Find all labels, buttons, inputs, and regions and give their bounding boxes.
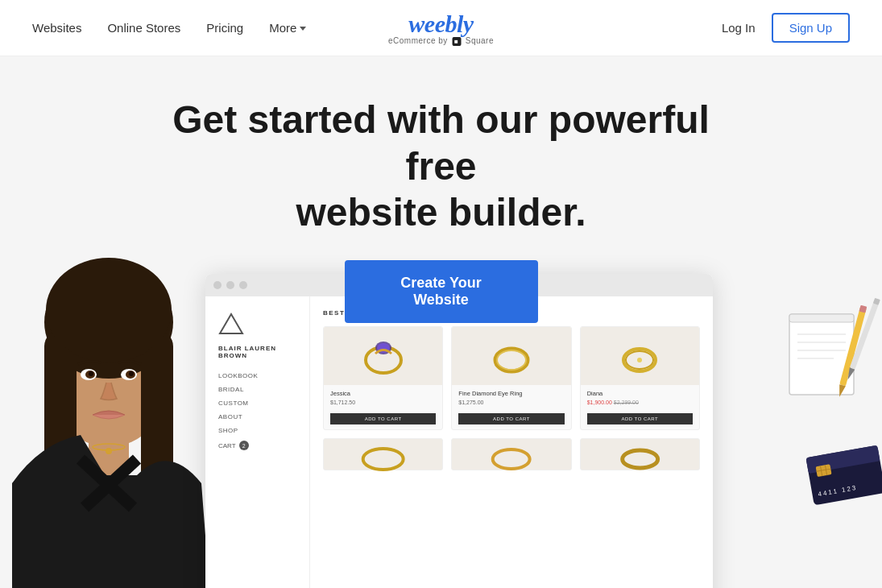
product-price-jessica: $1,712.50 bbox=[330, 400, 436, 405]
ring-jessica-icon bbox=[359, 332, 408, 380]
svg-point-23 bbox=[637, 358, 642, 362]
ring-partial-2-icon bbox=[452, 439, 570, 471]
mockup-cart: CART 2 bbox=[218, 441, 296, 450]
product-name-diana: Diana bbox=[587, 390, 693, 397]
product-card-partial-2 bbox=[451, 438, 571, 470]
logo[interactable]: weebly eCommerce by ■ Square bbox=[388, 10, 494, 46]
svg-point-14 bbox=[106, 448, 112, 454]
mockup-sidebar: BLAIR LAUREN BROWN LOOKBOOK BRIDAL CUSTO… bbox=[205, 296, 310, 588]
ring-partial-3-icon bbox=[581, 439, 699, 471]
add-to-cart-diana[interactable]: ADD TO CART bbox=[587, 413, 693, 424]
decorative-sketches: 4411 123 bbox=[781, 290, 878, 572]
mockup-nav-bridal: BRIDAL bbox=[218, 386, 296, 393]
square-icon: ■ bbox=[452, 37, 461, 46]
svg-point-25 bbox=[493, 449, 530, 469]
ring-fine-diamond-icon bbox=[487, 332, 536, 380]
mockup-brand-name: BLAIR LAUREN BROWN bbox=[218, 345, 296, 359]
hero-headline: Get started with our powerful free websi… bbox=[0, 56, 882, 323]
product-info-jessica: Jessica $1,712.50 ADD TO CART bbox=[324, 385, 442, 429]
product-img-jessica bbox=[324, 327, 442, 385]
product-card-jessica: Jessica $1,712.50 ADD TO CART bbox=[323, 326, 443, 430]
product-name-jessica: Jessica bbox=[330, 390, 436, 397]
svg-point-19 bbox=[495, 349, 528, 371]
hero-title: Get started with our powerful free websi… bbox=[159, 97, 723, 236]
header-auth: Log In Sign Up bbox=[722, 13, 850, 43]
add-to-cart-jessica[interactable]: ADD TO CART bbox=[330, 413, 436, 424]
chevron-down-icon bbox=[300, 27, 306, 31]
logo-text: weebly bbox=[388, 10, 494, 38]
hero-section: Get started with our powerful free websi… bbox=[0, 56, 882, 588]
product-grid-row1: Jessica $1,712.50 ADD TO CART bbox=[323, 326, 700, 430]
sketch-illustration: 4411 123 bbox=[781, 290, 882, 572]
nav-more[interactable]: More bbox=[269, 21, 306, 35]
product-img-fine-diamond bbox=[452, 327, 570, 385]
product-card-partial-1 bbox=[323, 438, 443, 470]
mockup-nav-lookbook: LOOKBOOK bbox=[218, 372, 296, 379]
ring-partial-1-icon bbox=[324, 439, 442, 471]
product-info-diana: Diana $1,900.00 $2,299.00 ADD TO CART bbox=[581, 385, 699, 429]
product-card-diana: Diana $1,900.00 $2,299.00 ADD TO CART bbox=[580, 326, 700, 430]
logo-sub: eCommerce by ■ Square bbox=[388, 36, 494, 46]
mockup-main: BEST SELLERS bbox=[310, 296, 713, 588]
header: Websites Online Stores Pricing More weeb… bbox=[0, 0, 882, 56]
mockup-nav-shop: SHOP bbox=[218, 427, 296, 434]
product-price-diana: $1,900.00 $2,299.00 bbox=[587, 400, 693, 405]
product-img-diana bbox=[581, 327, 699, 385]
svg-point-20 bbox=[497, 350, 526, 370]
cart-count-badge: 2 bbox=[239, 441, 249, 450]
nav-left: Websites Online Stores Pricing More bbox=[32, 21, 306, 35]
mockup-nav-custom: CUSTOM bbox=[218, 400, 296, 407]
mockup-nav-about: ABOUT bbox=[218, 413, 296, 420]
svg-point-24 bbox=[363, 449, 404, 470]
svg-point-11 bbox=[89, 371, 93, 376]
nav-online-stores[interactable]: Online Stores bbox=[107, 21, 180, 35]
product-name-fine-diamond: Fine Diamond Eye Ring bbox=[458, 390, 564, 397]
ring-diana-icon bbox=[615, 332, 664, 380]
product-card-fine-diamond: Fine Diamond Eye Ring $1,275.00 ADD TO C… bbox=[451, 326, 571, 430]
product-card-partial-3 bbox=[580, 438, 700, 470]
svg-point-26 bbox=[622, 450, 657, 468]
login-button[interactable]: Log In bbox=[722, 21, 756, 35]
product-info-fine-diamond: Fine Diamond Eye Ring $1,275.00 ADD TO C… bbox=[452, 385, 570, 429]
product-grid-row2 bbox=[323, 438, 700, 470]
add-to-cart-fine-diamond[interactable]: ADD TO CART bbox=[458, 413, 564, 424]
nav-websites[interactable]: Websites bbox=[32, 21, 81, 35]
product-price-fine-diamond: $1,275.00 bbox=[458, 400, 564, 405]
signup-button[interactable]: Sign Up bbox=[772, 13, 850, 43]
create-website-button[interactable]: Create Your Website bbox=[345, 260, 538, 323]
mockup-body: BLAIR LAUREN BROWN LOOKBOOK BRIDAL CUSTO… bbox=[205, 296, 713, 588]
svg-point-12 bbox=[129, 371, 134, 376]
nav-pricing[interactable]: Pricing bbox=[206, 21, 243, 35]
